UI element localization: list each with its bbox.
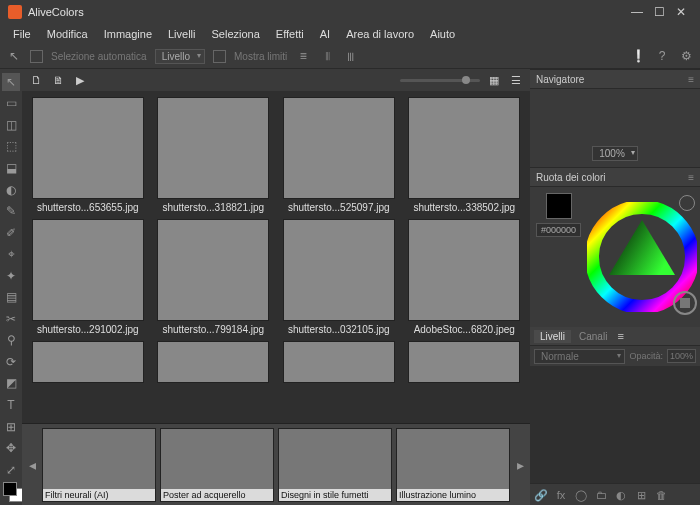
thumbnail[interactable]: shuttersto...653655.jpg	[28, 97, 148, 213]
layers-tabs: Livelli Canali ≡	[530, 327, 700, 346]
thumbnail-label: shuttersto...291002.jpg	[37, 324, 139, 335]
minimize-button[interactable]: —	[626, 2, 648, 22]
opacity-value[interactable]: 100%	[667, 349, 696, 363]
close-button[interactable]: ✕	[670, 2, 692, 22]
thumbnail-label: shuttersto...318821.jpg	[162, 202, 264, 213]
tool-12[interactable]: ⚲	[2, 332, 20, 350]
menu-file[interactable]: File	[6, 26, 38, 42]
align-icon-3[interactable]: ⫼	[343, 48, 359, 64]
hue-indicator[interactable]	[679, 195, 695, 211]
tool-0[interactable]: ↖	[2, 73, 20, 91]
hex-input[interactable]: #000000	[536, 223, 581, 237]
thumbnail[interactable]	[279, 341, 399, 383]
tool-3[interactable]: ⬚	[2, 138, 20, 156]
thumbnail[interactable]: shuttersto...338502.jpg	[405, 97, 525, 213]
show-bounds-checkbox[interactable]	[213, 50, 226, 63]
thumbnail-label: shuttersto...653655.jpg	[37, 202, 139, 213]
fg-bg-swatch[interactable]	[3, 482, 19, 498]
grid-view-icon[interactable]: ▦	[486, 72, 502, 88]
tool-6[interactable]: ✎	[2, 202, 20, 220]
notify-icon[interactable]: ❕	[630, 48, 646, 64]
thumbnail[interactable]	[28, 341, 148, 383]
thumb-size-slider[interactable]	[400, 79, 480, 82]
colorwheel-body: #000000	[530, 187, 700, 327]
menu-effetti[interactable]: Effetti	[269, 26, 311, 42]
new-doc-icon[interactable]: 🗋	[28, 72, 44, 88]
menu-seleziona[interactable]: Seleziona	[205, 26, 267, 42]
menu-livelli[interactable]: Livelli	[161, 26, 203, 42]
folder-icon[interactable]: 🗀	[594, 488, 608, 502]
tool-18[interactable]: ⤢	[2, 461, 20, 479]
adjust-icon[interactable]: ◐	[614, 488, 628, 502]
panel-menu-icon[interactable]: ≡	[688, 74, 694, 85]
thumbnail[interactable]: shuttersto...318821.jpg	[154, 97, 274, 213]
menu-immagine[interactable]: Immagine	[97, 26, 159, 42]
level-select[interactable]: Livello	[155, 49, 205, 64]
browser-toolbar: 🗋 🗎 ▶ ▦ ☰	[22, 69, 530, 91]
filmstrip-next[interactable]: ▸	[514, 430, 526, 500]
tool-8[interactable]: ⌖	[2, 245, 20, 263]
thumbnail[interactable]: shuttersto...799184.jpg	[154, 219, 274, 335]
tool-9[interactable]: ✦	[2, 267, 20, 285]
panel-menu-icon[interactable]: ≡	[688, 172, 694, 183]
thumbnail[interactable]: shuttersto...032105.jpg	[279, 219, 399, 335]
tool-7[interactable]: ✐	[2, 224, 20, 242]
tool-16[interactable]: ⊞	[2, 418, 20, 436]
tool-5[interactable]: ◐	[2, 181, 20, 199]
new-layer-icon[interactable]: ⊞	[634, 488, 648, 502]
filter-card[interactable]: Poster ad acquerello	[160, 428, 274, 502]
thumbnail[interactable]	[405, 341, 525, 383]
mask-icon[interactable]: ◯	[574, 488, 588, 502]
blend-mode-select[interactable]: Normale	[534, 349, 625, 364]
tool-15[interactable]: T	[2, 396, 20, 414]
main-area: 🗋 🗎 ▶ ▦ ☰ shuttersto...653655.jpgshutter…	[22, 69, 530, 505]
menu-aiuto[interactable]: Aiuto	[423, 26, 462, 42]
play-icon[interactable]: ▶	[72, 72, 88, 88]
color-swatch[interactable]	[546, 193, 572, 219]
tool-11[interactable]: ✂	[2, 310, 20, 328]
menu-ai[interactable]: AI	[313, 26, 337, 42]
open-doc-icon[interactable]: 🗎	[50, 72, 66, 88]
help-icon[interactable]: ?	[654, 48, 670, 64]
menu-area di lavoro[interactable]: Area di lavoro	[339, 26, 421, 42]
thumbnail[interactable]	[154, 341, 274, 383]
filter-card[interactable]: Disegni in stile fumetti	[278, 428, 392, 502]
fx-icon[interactable]: fx	[554, 488, 568, 502]
filter-label: Disegni in stile fumetti	[279, 489, 391, 501]
list-view-icon[interactable]: ☰	[508, 72, 524, 88]
panel-menu-icon[interactable]: ≡	[617, 330, 623, 342]
tool-13[interactable]: ⟳	[2, 353, 20, 371]
thumbnail[interactable]: shuttersto...525097.jpg	[279, 97, 399, 213]
svg-marker-1	[609, 220, 675, 275]
layers-list	[530, 366, 700, 483]
zoom-select[interactable]: 100%	[592, 146, 638, 161]
trash-icon[interactable]: 🗑	[654, 488, 668, 502]
tool-17[interactable]: ✥	[2, 439, 20, 457]
auto-select-checkbox[interactable]	[30, 50, 43, 63]
layers-icons: 🔗 fx ◯ 🗀 ◐ ⊞ 🗑	[530, 483, 700, 505]
tool-4[interactable]: ⬓	[2, 159, 20, 177]
filter-card[interactable]: Illustrazione lumino	[396, 428, 510, 502]
tool-2[interactable]: ◫	[2, 116, 20, 134]
opacity-label: Opacità:	[629, 351, 663, 361]
color-wheel[interactable]	[587, 193, 697, 321]
filmstrip-prev[interactable]: ◂	[26, 430, 38, 500]
tab-channels[interactable]: Canali	[573, 330, 613, 343]
settings-icon[interactable]: ⚙	[678, 48, 694, 64]
align-icon-2[interactable]: ⫴	[319, 48, 335, 64]
tool-14[interactable]: ◩	[2, 375, 20, 393]
shape-toggle[interactable]	[673, 291, 697, 315]
colorwheel-header: Ruota dei colori ≡	[530, 167, 700, 187]
maximize-button[interactable]: ☐	[648, 2, 670, 22]
align-icon[interactable]: ≡	[295, 48, 311, 64]
thumbnail[interactable]: AdobeStoc...6820.jpeg	[405, 219, 525, 335]
menu-modifica[interactable]: Modifica	[40, 26, 95, 42]
tool-10[interactable]: ▤	[2, 288, 20, 306]
filter-card[interactable]: Filtri neurali (AI)	[42, 428, 156, 502]
tool-1[interactable]: ▭	[2, 95, 20, 113]
thumbnail-label: AdobeStoc...6820.jpeg	[414, 324, 515, 335]
tab-layers[interactable]: Livelli	[534, 330, 571, 343]
pointer-icon[interactable]: ↖	[6, 48, 22, 64]
thumbnail[interactable]: shuttersto...291002.jpg	[28, 219, 148, 335]
link-layer-icon[interactable]: 🔗	[534, 488, 548, 502]
